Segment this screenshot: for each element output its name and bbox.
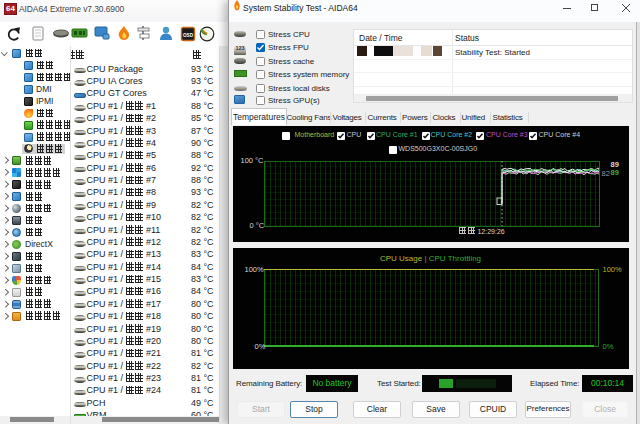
svg-text:OSD: OSD: [183, 33, 194, 38]
